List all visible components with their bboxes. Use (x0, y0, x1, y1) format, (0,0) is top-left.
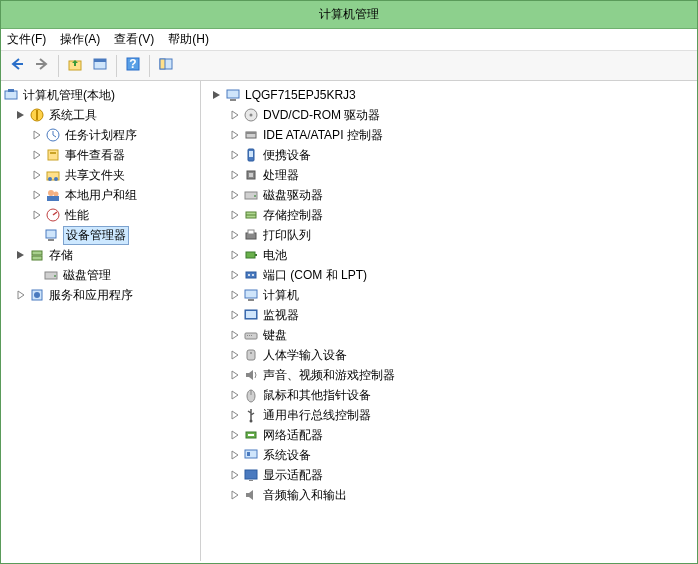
expander-closed-icon[interactable] (229, 449, 241, 461)
svg-rect-46 (246, 272, 256, 278)
expander-closed-icon[interactable] (229, 249, 241, 261)
expander-closed-icon[interactable] (229, 229, 241, 241)
expander-closed-icon[interactable] (31, 129, 43, 141)
tree-label: 本地用户和组 (65, 187, 137, 204)
svg-point-28 (34, 292, 40, 298)
menu-action[interactable]: 操作(A) (60, 31, 100, 48)
tree-storage[interactable]: 存储 (1, 245, 200, 265)
tree-disk-management[interactable]: 磁盘管理 (1, 265, 200, 285)
users-icon (45, 187, 61, 203)
tree-label: 性能 (65, 207, 89, 224)
expander-closed-icon[interactable] (229, 489, 241, 501)
properties-button[interactable] (88, 54, 112, 78)
device-category-battery[interactable]: 电池 (201, 245, 697, 265)
device-category-monitor[interactable]: 监视器 (201, 305, 697, 325)
forward-button[interactable] (30, 54, 54, 78)
svg-rect-62 (248, 434, 254, 436)
svg-rect-54 (247, 335, 248, 336)
device-category-ide[interactable]: IDE ATA/ATAPI 控制器 (201, 125, 697, 145)
device-category-audio[interactable]: 音频输入和输出 (201, 485, 697, 505)
svg-rect-64 (247, 452, 250, 456)
expander-closed-icon[interactable] (15, 289, 27, 301)
device-category-usb[interactable]: 通用串行总线控制器 (201, 405, 697, 425)
arrow-right-icon (34, 56, 50, 75)
back-button[interactable] (5, 54, 29, 78)
device-category-display[interactable]: 显示适配器 (201, 465, 697, 485)
device-category-disk[interactable]: 磁盘驱动器 (201, 185, 697, 205)
device-category-label: 电池 (263, 247, 287, 264)
tree-performance[interactable]: 性能 (1, 205, 200, 225)
mouse-icon (243, 387, 259, 403)
device-category-network[interactable]: 网络适配器 (201, 425, 697, 445)
expander-closed-icon[interactable] (229, 149, 241, 161)
device-category-storage[interactable]: 存储控制器 (201, 205, 697, 225)
tree-event-viewer[interactable]: 事件查看器 (1, 145, 200, 165)
device-category-computer[interactable]: 计算机 (201, 285, 697, 305)
device-category-mouse[interactable]: 鼠标和其他指针设备 (201, 385, 697, 405)
tree-root[interactable]: 计算机管理(本地) (1, 85, 200, 105)
expander-closed-icon[interactable] (229, 429, 241, 441)
expander-closed-icon[interactable] (229, 329, 241, 341)
tree-shared-folders[interactable]: 共享文件夹 (1, 165, 200, 185)
menu-help[interactable]: 帮助(H) (168, 31, 209, 48)
expander-closed-icon[interactable] (31, 189, 43, 201)
expander-closed-icon[interactable] (229, 389, 241, 401)
menu-view[interactable]: 查看(V) (114, 31, 154, 48)
expander-closed-icon[interactable] (229, 269, 241, 281)
tools-icon (29, 107, 45, 123)
expander-closed-icon[interactable] (229, 369, 241, 381)
expander-open-icon[interactable] (15, 109, 27, 121)
expander-closed-icon[interactable] (229, 209, 241, 221)
tree-label: 设备管理器 (63, 226, 129, 245)
keyboard-icon (243, 327, 259, 343)
tree-services-apps[interactable]: 服务和应用程序 (1, 285, 200, 305)
device-tree-root[interactable]: LQGF715EPJ5KRJ3 (201, 85, 697, 105)
device-category-label: 声音、视频和游戏控制器 (263, 367, 395, 384)
expander-closed-icon[interactable] (31, 149, 43, 161)
expander-closed-icon[interactable] (229, 469, 241, 481)
device-category-print[interactable]: 打印队列 (201, 225, 697, 245)
expander-closed-icon[interactable] (229, 189, 241, 201)
help-button[interactable]: ? (121, 54, 145, 78)
shared-folder-icon (45, 167, 61, 183)
expander-closed-icon[interactable] (229, 309, 241, 321)
cpu-icon (243, 167, 259, 183)
expander-closed-icon[interactable] (229, 129, 241, 141)
expander-closed-icon[interactable] (229, 109, 241, 121)
expander-closed-icon[interactable] (31, 209, 43, 221)
menu-bar: 文件(F) 操作(A) 查看(V) 帮助(H) (1, 29, 697, 51)
expander-open-icon[interactable] (15, 249, 27, 261)
battery-icon (243, 247, 259, 263)
svg-point-47 (248, 274, 250, 276)
svg-rect-12 (48, 150, 58, 160)
svg-rect-38 (249, 173, 253, 177)
device-category-ports[interactable]: 端口 (COM 和 LPT) (201, 265, 697, 285)
menu-file[interactable]: 文件(F) (7, 31, 46, 48)
tree-local-users[interactable]: 本地用户和组 (1, 185, 200, 205)
device-manager-icon (43, 227, 59, 243)
arrow-left-icon (9, 56, 25, 75)
svg-point-32 (250, 114, 253, 117)
expander-open-icon[interactable] (211, 89, 223, 101)
tree-task-scheduler[interactable]: 任务计划程序 (1, 125, 200, 145)
device-category-system[interactable]: 系统设备 (201, 445, 697, 465)
device-category-dvd[interactable]: DVD/CD-ROM 驱动器 (201, 105, 697, 125)
tree-system-tools[interactable]: 系统工具 (1, 105, 200, 125)
device-category-hid[interactable]: 人体学输入设备 (201, 345, 697, 365)
toolbar-separator (116, 55, 117, 77)
expander-closed-icon[interactable] (31, 169, 43, 181)
device-category-sound[interactable]: 声音、视频和游戏控制器 (201, 365, 697, 385)
up-button[interactable] (63, 54, 87, 78)
expander-closed-icon[interactable] (229, 349, 241, 361)
svg-point-18 (54, 192, 59, 197)
clock-icon (45, 127, 61, 143)
svg-rect-44 (246, 252, 255, 258)
expander-closed-icon[interactable] (229, 169, 241, 181)
expander-closed-icon[interactable] (229, 289, 241, 301)
device-category-cpu[interactable]: 处理器 (201, 165, 697, 185)
expander-closed-icon[interactable] (229, 409, 241, 421)
device-category-keyboard[interactable]: 键盘 (201, 325, 697, 345)
device-category-portable[interactable]: 便携设备 (201, 145, 697, 165)
tree-device-manager[interactable]: 设备管理器 (1, 225, 200, 245)
show-hide-button[interactable] (154, 54, 178, 78)
